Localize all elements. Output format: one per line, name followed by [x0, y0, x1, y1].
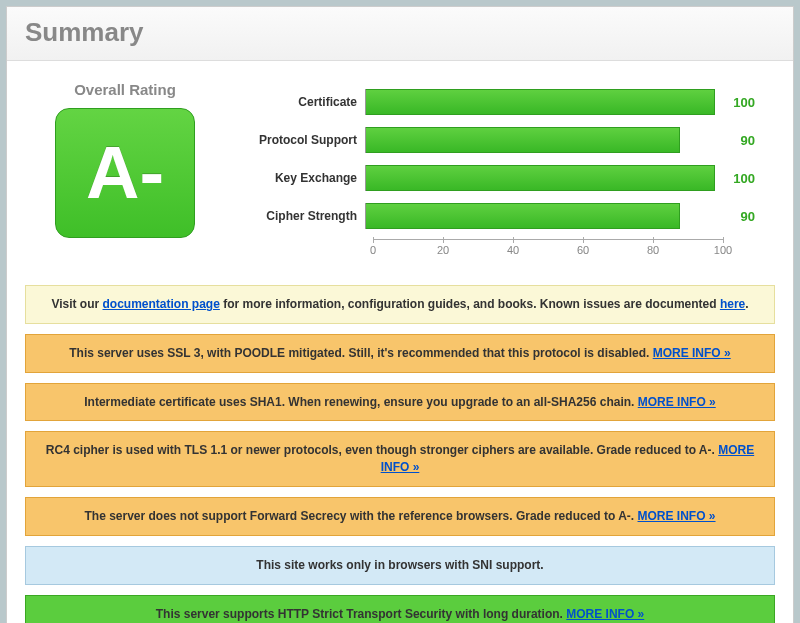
chart-bar-label: Cipher Strength	[235, 209, 365, 223]
chart-axis-tick: 0	[370, 244, 376, 256]
notice-text: This site works only in browsers with SN…	[256, 558, 543, 572]
chart-column: Certificate100Protocol Support90Key Exch…	[225, 81, 775, 267]
more-info-link[interactable]: MORE INFO »	[638, 395, 716, 409]
chart-bar-row: Protocol Support90	[235, 125, 775, 155]
chart-axis-tick: 100	[714, 244, 732, 256]
chart-bar-fill	[366, 89, 715, 115]
more-info-link[interactable]: MORE INFO »	[638, 509, 716, 523]
summary-panel: Summary Overall Rating A- Certificate100…	[6, 6, 794, 623]
chart-bar-label: Key Exchange	[235, 171, 365, 185]
chart-bar-row: Certificate100	[235, 87, 775, 117]
notice-text: RC4 cipher is used with TLS 1.1 or newer…	[46, 443, 718, 457]
chart-axis-tick: 20	[437, 244, 449, 256]
chart-bar-track	[365, 127, 715, 153]
chart-bar-track	[365, 89, 715, 115]
notice-banner: This server supports HTTP Strict Transpo…	[25, 595, 775, 623]
more-info-link[interactable]: MORE INFO »	[566, 607, 644, 621]
notice-banner: Visit our documentation page for more in…	[25, 285, 775, 324]
notice-banner: RC4 cipher is used with TLS 1.1 or newer…	[25, 431, 775, 487]
chart-bar-track	[365, 203, 715, 229]
documentation-link[interactable]: documentation page	[103, 297, 220, 311]
grade-badge: A-	[55, 108, 195, 238]
chart-axis-tick: 80	[647, 244, 659, 256]
chart-bar-value: 90	[715, 209, 755, 224]
top-row: Overall Rating A- Certificate100Protocol…	[25, 81, 775, 267]
notice-banner: The server does not support Forward Secr…	[25, 497, 775, 536]
notice-text: This server supports HTTP Strict Transpo…	[156, 607, 567, 621]
chart-bar-fill	[366, 203, 680, 229]
notice-banner: This server uses SSL 3, with POODLE miti…	[25, 334, 775, 373]
more-info-link[interactable]: MORE INFO »	[653, 346, 731, 360]
chart-axis-tick: 60	[577, 244, 589, 256]
panel-header: Summary	[7, 7, 793, 61]
notice-list: Visit our documentation page for more in…	[25, 285, 775, 623]
chart-bar-label: Certificate	[235, 95, 365, 109]
rating-column: Overall Rating A-	[25, 81, 225, 238]
rating-label: Overall Rating	[25, 81, 225, 98]
chart-bar-track	[365, 165, 715, 191]
chart-bar-fill	[366, 127, 680, 153]
summary-body: Overall Rating A- Certificate100Protocol…	[7, 61, 793, 623]
notice-text: Intermediate certificate uses SHA1. When…	[84, 395, 637, 409]
chart-bar-row: Cipher Strength90	[235, 201, 775, 231]
notice-text: This server uses SSL 3, with POODLE miti…	[69, 346, 652, 360]
chart-bar-value: 90	[715, 133, 755, 148]
chart-bar-value: 100	[715, 95, 755, 110]
chart-axis: 020406080100	[373, 239, 723, 259]
page-title: Summary	[25, 17, 775, 48]
known-issues-link[interactable]: here	[720, 297, 745, 311]
chart-bar-label: Protocol Support	[235, 133, 365, 147]
notice-banner: Intermediate certificate uses SHA1. When…	[25, 383, 775, 422]
score-bar-chart: Certificate100Protocol Support90Key Exch…	[235, 87, 775, 267]
chart-bar-fill	[366, 165, 715, 191]
chart-bar-row: Key Exchange100	[235, 163, 775, 193]
chart-axis-tick: 40	[507, 244, 519, 256]
notice-text: The server does not support Forward Secr…	[84, 509, 637, 523]
chart-bar-value: 100	[715, 171, 755, 186]
notice-banner: This site works only in browsers with SN…	[25, 546, 775, 585]
